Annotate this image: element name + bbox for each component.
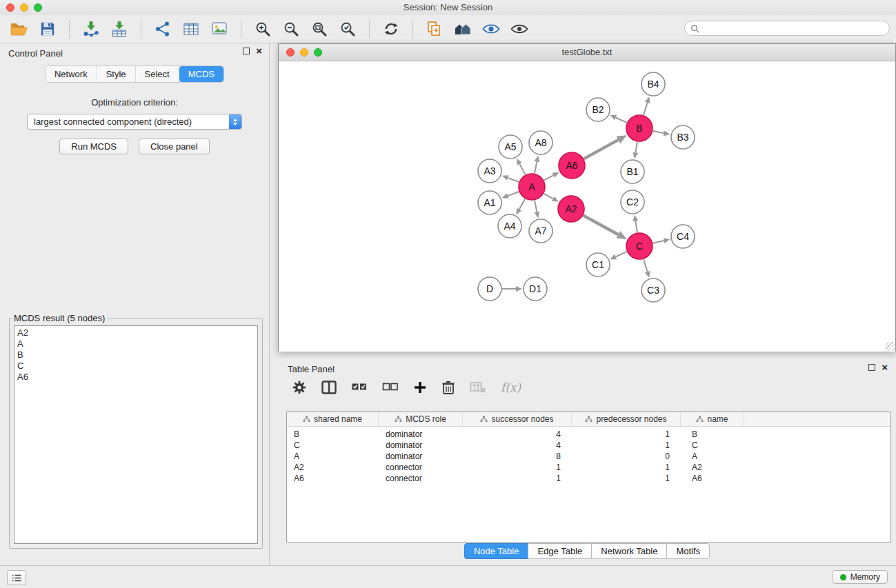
mcds-result-item[interactable]: B: [17, 349, 255, 361]
zoom-selected-button[interactable]: [335, 17, 360, 41]
table-cell[interactable]: dominator: [379, 440, 463, 451]
graph-edge-A-A4[interactable]: [519, 199, 526, 209]
table-cell[interactable]: 1: [572, 429, 681, 440]
graph-edge-A-A7[interactable]: [535, 201, 537, 212]
table-cell[interactable]: 1: [463, 462, 572, 473]
home-button[interactable]: [450, 17, 475, 41]
graph-edge-A-A6[interactable]: [544, 175, 554, 180]
tab-edge-table[interactable]: Edge Table: [528, 543, 592, 559]
graph-edge-C-C3[interactable]: [644, 259, 648, 272]
tab-style[interactable]: Style: [97, 66, 136, 82]
network-graph[interactable]: AA1A2A3A4A5A6A7A8BB1B2B3B4CC1C2C3C4DD1: [279, 61, 895, 352]
export-image-button[interactable]: [207, 17, 232, 41]
table-cell[interactable]: A: [681, 451, 744, 462]
select-all-button[interactable]: [351, 381, 368, 394]
graph-edge-A-A5[interactable]: [519, 164, 525, 175]
close-table-panel-icon[interactable]: ×: [882, 363, 888, 372]
table-cell[interactable]: B: [681, 429, 744, 440]
close-panel-icon[interactable]: ×: [256, 47, 262, 55]
graph-edge-C-C1[interactable]: [616, 252, 627, 256]
memory-button[interactable]: Memory: [833, 570, 888, 584]
table-cell[interactable]: 1: [572, 462, 681, 473]
tab-network[interactable]: Network: [46, 66, 97, 82]
table-cell[interactable]: B: [287, 429, 379, 440]
function-builder-button[interactable]: f(x): [501, 381, 521, 394]
table-row[interactable]: A6connector11A6: [287, 473, 890, 484]
table-cell[interactable]: A6: [681, 473, 744, 484]
delete-column-button[interactable]: [441, 380, 455, 395]
import-network-button[interactable]: [79, 17, 103, 41]
network-canvas[interactable]: AA1A2A3A4A5A6A7A8BB1B2B3B4CC1C2C3C4DD1: [279, 61, 895, 352]
import-table-button[interactable]: [107, 17, 132, 41]
column-header-mcds-role[interactable]: MCDS role: [379, 412, 463, 426]
graph-edge-A-A2[interactable]: [544, 194, 552, 199]
tab-motifs[interactable]: Motifs: [666, 543, 710, 559]
delete-table-button[interactable]: [470, 381, 486, 394]
tab-node-table[interactable]: Node Table: [464, 543, 529, 559]
mcds-result-item[interactable]: A2: [17, 327, 255, 338]
show-columns-button[interactable]: [321, 381, 337, 394]
column-header-predecessor-nodes[interactable]: predecessor nodes: [572, 412, 681, 426]
close-panel-button[interactable]: Close panel: [139, 139, 210, 154]
table-cell[interactable]: 1: [572, 440, 681, 451]
table-cell[interactable]: A2: [287, 462, 379, 473]
graph-edge-B-B1[interactable]: [635, 142, 637, 153]
refresh-button[interactable]: [379, 17, 404, 41]
mcds-result-item[interactable]: C: [17, 361, 255, 372]
float-table-panel-icon[interactable]: [868, 364, 875, 371]
table-cell[interactable]: 4: [463, 429, 572, 440]
open-session-button[interactable]: [7, 17, 32, 41]
mcds-result-item[interactable]: A: [17, 338, 255, 349]
graph-edge-B-B4[interactable]: [644, 103, 648, 115]
search-input[interactable]: [702, 22, 889, 34]
deselect-all-button[interactable]: [382, 381, 399, 394]
graph-edge-C-C4[interactable]: [653, 241, 664, 243]
graph-edge-A-A8[interactable]: [535, 161, 537, 173]
table-cell[interactable]: A6: [287, 473, 379, 484]
resize-grip-icon[interactable]: [886, 342, 895, 351]
zoom-fit-button[interactable]: [307, 17, 332, 41]
table-cell[interactable]: dominator: [379, 429, 463, 440]
graphics-details-button[interactable]: [479, 17, 504, 41]
copy-button[interactable]: [422, 17, 447, 41]
table-cell[interactable]: C: [681, 440, 744, 451]
graph-edge-A-A1[interactable]: [508, 192, 519, 196]
column-header-successor-nodes[interactable]: successor nodes: [463, 412, 572, 426]
graph-edge-C-C2[interactable]: [635, 221, 637, 233]
table-cell[interactable]: 8: [463, 451, 572, 462]
new-table-button[interactable]: [179, 17, 203, 41]
table-cell[interactable]: 4: [463, 440, 572, 451]
mcds-result-list[interactable]: A2ABCA6: [14, 325, 258, 544]
table-cell[interactable]: 1: [463, 473, 572, 484]
table-cell[interactable]: connector: [379, 462, 463, 473]
table-cell[interactable]: 1: [572, 473, 681, 484]
search-box[interactable]: [684, 21, 890, 36]
table-cell[interactable]: C: [287, 440, 379, 451]
mcds-result-item[interactable]: A6: [17, 372, 255, 383]
graph-edge-B-B3[interactable]: [653, 131, 664, 133]
table-cell[interactable]: connector: [379, 473, 463, 484]
run-mcds-button[interactable]: Run MCDS: [59, 139, 128, 154]
add-column-button[interactable]: [413, 381, 427, 394]
table-cell[interactable]: 0: [572, 451, 681, 462]
table-settings-button[interactable]: [292, 380, 307, 395]
table-cell[interactable]: A: [287, 451, 379, 462]
new-network-button[interactable]: [150, 17, 175, 41]
tab-select[interactable]: Select: [136, 66, 179, 82]
table-row[interactable]: Bdominator41B: [287, 429, 890, 440]
task-history-button[interactable]: [7, 570, 26, 585]
show-hide-button[interactable]: [507, 17, 532, 41]
tab-network-table[interactable]: Network Table: [591, 543, 667, 559]
float-panel-icon[interactable]: [243, 48, 250, 54]
tab-mcds[interactable]: MCDS: [179, 66, 223, 82]
zoom-out-button[interactable]: [279, 17, 303, 41]
graph-edge-A2-C[interactable]: [584, 216, 619, 235]
save-session-button[interactable]: [35, 17, 60, 41]
table-row[interactable]: A2connector11A2: [287, 462, 890, 473]
column-header-shared-name[interactable]: shared name: [287, 412, 379, 426]
table-cell[interactable]: A2: [681, 462, 744, 473]
zoom-in-button[interactable]: [250, 17, 275, 41]
criterion-dropdown[interactable]: largest connected component (directed): [27, 114, 242, 130]
column-header-name[interactable]: name: [681, 412, 744, 426]
table-row[interactable]: Cdominator41C: [287, 440, 890, 451]
